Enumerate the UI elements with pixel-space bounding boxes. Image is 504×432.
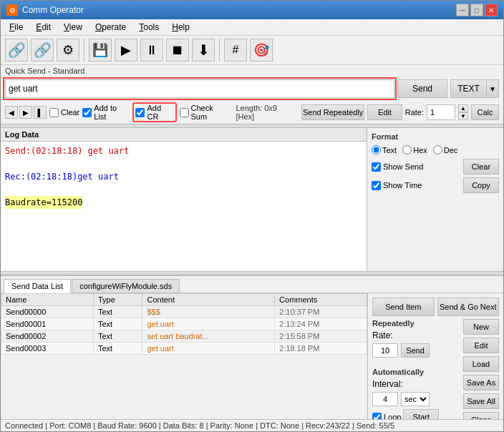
add-cr-checkbox-label[interactable]: Add CR [132, 102, 176, 122]
save-all-button[interactable]: Save All [463, 393, 499, 409]
tab-send-data-list[interactable]: Send Data List [4, 279, 71, 293]
calc-button[interactable]: Calc [471, 104, 499, 120]
quick-send-input[interactable] [5, 79, 394, 98]
toolbar-down-btn[interactable]: ⬇ [192, 39, 215, 62]
show-time-label[interactable]: Show Time [372, 181, 459, 190]
radio-dec[interactable]: Dec [433, 145, 458, 154]
rate-input[interactable] [427, 104, 455, 120]
add-to-list-checkbox[interactable] [82, 108, 92, 117]
clear-checkbox-label[interactable]: Clear [49, 108, 79, 117]
format-checkboxes: Show Send Clear Show Time Copy [372, 159, 499, 193]
clear-label: Clear [61, 108, 79, 117]
data-table-wrapper: Name Type Content Comments Send00000 Tex… [1, 293, 367, 419]
toolbar-sep2 [219, 39, 220, 62]
data-table: Name Type Content Comments Send00000 Tex… [1, 293, 367, 355]
loop-checkbox[interactable] [372, 413, 382, 420]
title-bar: ⚙ Comm Operator ─ □ ✕ [1, 1, 503, 19]
table-row[interactable]: Send00003 Text get uart 2:18:18 PM [1, 343, 367, 355]
send-go-button[interactable]: Send & Go Next [437, 298, 500, 316]
sec-select[interactable]: sec ms [401, 392, 430, 406]
right-controls-col: New Edit Load Save As Save All Close [463, 319, 499, 419]
tab-configure[interactable]: configureWiFlyModule.sds [72, 279, 180, 293]
rate-down-btn[interactable]: ▼ [458, 112, 468, 120]
clear-checkbox[interactable] [49, 108, 59, 117]
window-title: Comm Operator [22, 5, 84, 15]
load-button[interactable]: Load [463, 356, 499, 372]
menu-help[interactable]: Help [166, 21, 195, 34]
rate-send-button[interactable]: Send [401, 343, 430, 358]
toolbar-connect-btn[interactable]: 🔗 [5, 39, 28, 62]
send-item-button[interactable]: Send Item [372, 298, 435, 316]
maximize-button[interactable]: □ [470, 4, 483, 16]
rate-value-input[interactable] [372, 343, 398, 358]
cell-content: $$$ [142, 306, 275, 318]
toolbar: 🔗 🔗 ⚙ 💾 ▶ ⏸ ⏹ ⬇ # 🎯 [1, 36, 503, 65]
nav-index-btn[interactable]: ▌ [34, 106, 47, 119]
table-row[interactable]: Send00001 Text get uart 2:13:24 PM [1, 318, 367, 330]
minimize-button[interactable]: ─ [456, 4, 469, 16]
toolbar-sep1 [84, 39, 84, 62]
menu-view[interactable]: View [58, 21, 88, 34]
menu-file[interactable]: File [4, 21, 29, 34]
toolbar-disconnect-btn[interactable]: 🔗 [31, 39, 54, 62]
check-sum-checkbox-label[interactable]: Check Sum [180, 104, 231, 121]
radio-hex[interactable]: Hex [402, 145, 427, 154]
cell-type: Text [93, 330, 142, 343]
table-row[interactable]: Send00002 Text set uart baudrat... 2:15:… [1, 330, 367, 343]
edit-button[interactable]: Edit [367, 104, 402, 120]
status-text: Connected | Port: COM8 | Baud Rate: 9600… [5, 421, 394, 430]
toolbar-settings-btn[interactable]: ⚙ [57, 39, 79, 62]
show-send-label[interactable]: Show Send [372, 162, 459, 172]
menu-tools[interactable]: Tools [133, 21, 165, 34]
col-content: Content [142, 294, 275, 306]
show-send-row: Show Send Clear [372, 159, 499, 175]
radio-text[interactable]: Text [372, 145, 397, 154]
log-line-send: Send:(02:18:18) get uart [5, 144, 362, 157]
title-buttons: ─ □ ✕ [456, 4, 498, 16]
send-repeatedly-button[interactable]: Send Repeatedly [301, 104, 364, 120]
menu-operate[interactable]: Operate [89, 21, 132, 34]
table-row[interactable]: Send00000 Text $$$ 2:10:37 PM [1, 306, 367, 318]
menu-edit[interactable]: Edit [30, 21, 57, 34]
toolbar-pause-btn[interactable]: ⏸ [140, 39, 163, 62]
rate-spinner: ▲ ▼ [458, 104, 468, 120]
start-button[interactable]: Start [403, 409, 439, 419]
save-as-button[interactable]: Save As [463, 375, 499, 391]
send-button[interactable]: Send [397, 79, 447, 98]
quick-send-area: Send TEXT ▼ [1, 77, 503, 101]
edit2-button[interactable]: Edit [463, 338, 499, 353]
new-button[interactable]: New [463, 319, 499, 335]
format-copy-button[interactable]: Copy [463, 177, 499, 193]
format-clear-button[interactable]: Clear [463, 159, 499, 175]
log-line-recv: Rec:(02:18:18)get uart [5, 170, 362, 183]
close2-button[interactable]: Close [463, 412, 499, 419]
toolbar-stop-btn[interactable]: ⏹ [166, 39, 189, 62]
close-button[interactable]: ✕ [485, 4, 498, 16]
toolbar-play-btn[interactable]: ▶ [115, 39, 137, 62]
nav-prev-btn[interactable]: ◀ [5, 106, 18, 119]
cell-type: Text [93, 318, 142, 330]
add-cr-checkbox[interactable] [135, 108, 145, 117]
cell-name: Send00003 [1, 343, 94, 355]
interval-input[interactable] [372, 392, 398, 406]
log-panel: Log Data Send:(02:18:18) get uart Rec:(0… [1, 128, 367, 271]
text-dropdown-btn[interactable]: TEXT [450, 79, 486, 98]
add-to-list-checkbox-label[interactable]: Add to List [82, 104, 130, 121]
data-list-area: Name Type Content Comments Send00000 Tex… [1, 293, 503, 419]
show-time-checkbox[interactable] [372, 181, 381, 190]
toolbar-target-btn[interactable]: 🎯 [250, 39, 273, 62]
rate-up-btn[interactable]: ▲ [458, 104, 468, 112]
loop-row[interactable]: Loop Start [372, 409, 460, 419]
loop-label: Loop [384, 413, 401, 419]
add-cr-label: Add CR [147, 104, 173, 121]
check-sum-checkbox[interactable] [180, 108, 189, 117]
log-line-baud: Baudrate=115200 [5, 196, 362, 209]
left-controls-col: Repeatedly Rate: Send Automatically Inte… [372, 319, 460, 419]
show-send-checkbox[interactable] [372, 162, 381, 172]
toolbar-grid-btn[interactable]: # [224, 39, 247, 62]
text-dropdown-arrow[interactable]: ▼ [486, 79, 499, 98]
cell-type: Text [93, 343, 142, 355]
nav-next-btn[interactable]: ▶ [19, 106, 32, 119]
app-icon: ⚙ [6, 4, 18, 16]
toolbar-save-btn[interactable]: 💾 [89, 39, 112, 62]
